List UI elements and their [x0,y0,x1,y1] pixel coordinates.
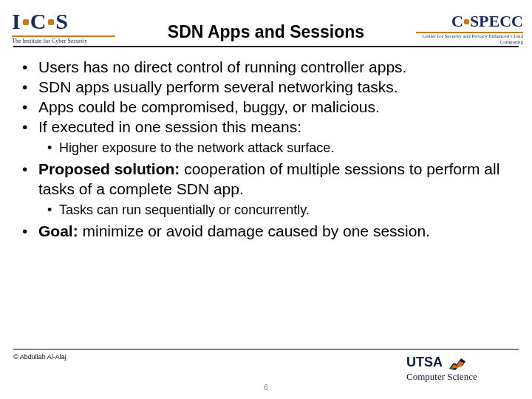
ics-logo-text: ICS [12,9,123,34]
list-item: Proposed solution: cooperation of multip… [35,160,517,219]
list-item: SDN apps usually perform several network… [35,78,517,98]
list-item: Apps could be compromised, buggy, or mal… [35,98,517,117]
cspecc-subtitle: Center for Security and Privacy Enhanced… [412,34,523,45]
page-title: SDN Apps and Sessions [168,22,364,42]
sub-list: Higher exposure to the network attack su… [38,139,517,157]
sub-list-item: Higher exposure to the network attack su… [59,139,517,157]
header: ICS The Institute for Cyber Security SDN… [0,0,532,55]
utsa-text: UTSA [406,355,443,369]
bullet-text: Users has no direct control of running c… [38,58,406,75]
roadrunner-icon [448,355,467,372]
logo-cspecc: CSPECC Center for Security and Privacy E… [412,12,523,45]
header-divider [13,46,519,47]
bullet-text: Apps could be compromised, buggy, or mal… [38,98,380,115]
bullet-list: Users has no direct control of running c… [15,58,517,242]
cspecc-logo-text: CSPECC [412,12,523,31]
copyright: © Abdullah Al-Alaj [13,353,66,361]
sub-list: Tasks can run sequentially or concurrent… [38,201,517,219]
bullet-rest: minimize or avoid damage caused by one s… [78,222,430,239]
bullet-text: If executed in one session this means: [38,118,301,135]
slide: ICS The Institute for Cyber Security SDN… [0,0,532,399]
logo-ics: ICS The Institute for Cyber Security [12,9,123,44]
bullet-text: SDN apps usually perform several network… [38,78,398,95]
footer: © Abdullah Al-Alaj 6 UTSA Computer Scien… [9,349,523,393]
sub-bullet-text: Higher exposure to the network attack su… [59,140,334,155]
list-item: Goal: minimize or avoid damage caused by… [35,222,517,242]
utsa-sub: Computer Science [406,371,517,383]
logo-utsa: UTSA Computer Science [406,355,517,383]
sub-bullet-text: Tasks can run sequentially or concurrent… [59,202,310,217]
page-number: 6 [264,383,268,392]
list-item: Users has no direct control of running c… [35,58,517,78]
list-item: If executed in one session this means: H… [35,117,517,157]
footer-divider [13,349,519,349]
ics-subtitle: The Institute for Cyber Security [12,38,123,44]
content: Users has no direct control of running c… [15,58,517,242]
bullet-lead: Proposed solution: [38,160,180,177]
sub-list-item: Tasks can run sequentially or concurrent… [59,201,517,219]
bullet-lead: Goal: [38,222,78,239]
